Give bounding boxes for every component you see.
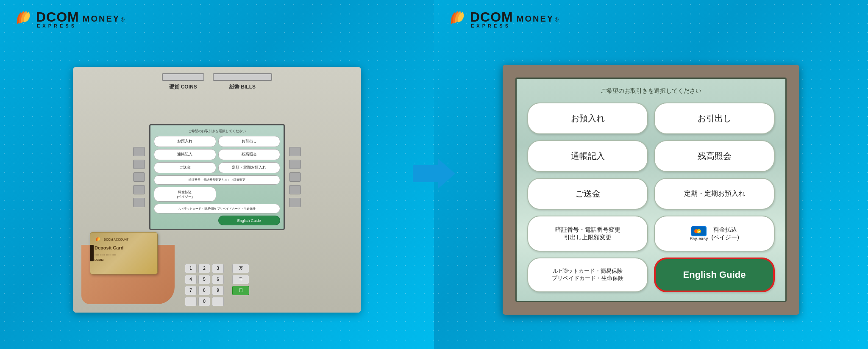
coins-section: 硬貨 COINS	[162, 73, 204, 91]
right-logo-bar: DCOM MONEY ® EXPRESS	[434, 0, 868, 39]
pay-easy-icon: P	[691, 226, 707, 236]
side-btn-r2	[289, 160, 301, 169]
key-4[interactable]: 4	[185, 275, 197, 284]
key-7[interactable]: 7	[185, 286, 197, 295]
btn-passbook[interactable]: 通帳記入	[527, 140, 648, 172]
logo-money: MONEY	[83, 14, 120, 23]
side-btn-5	[133, 198, 145, 207]
key-5[interactable]: 5	[198, 275, 210, 284]
right-side-buttons	[289, 147, 301, 207]
arrow-container	[413, 159, 455, 190]
key-8[interactable]: 8	[198, 286, 210, 295]
coins-slot	[162, 73, 204, 81]
card-stripe	[90, 245, 94, 261]
side-btn-r5	[289, 198, 301, 207]
btn-payeasy[interactable]: P Pay-easy 料金払込(ペイジー)	[654, 216, 775, 252]
side-btn-1	[133, 147, 145, 156]
logo-text: DCOM MONEY ® EXPRESS	[36, 10, 125, 28]
screen-header-right: ご希望のお取引きを選択してください	[527, 87, 775, 95]
logo-dcom: DCOM	[36, 10, 79, 24]
side-btn-4	[133, 185, 145, 194]
btn-deposit[interactable]: お預入れ	[527, 102, 648, 134]
btn-card[interactable]: ルビ®ットカード・簡易保険プリペイドカード・生命保険	[527, 258, 648, 292]
small-btn-fixed[interactable]: 定額・定期お預入れ	[218, 162, 281, 173]
logo-registered: ®	[121, 17, 125, 22]
payeasy-text: 料金払込(ペイジー)	[712, 226, 739, 241]
side-btn-2	[133, 160, 145, 169]
left-side-buttons	[133, 147, 145, 207]
btn-balance[interactable]: 残高照会	[654, 140, 775, 172]
deposit-card: DCOM ACCOUNT Deposit Card •••• •••• ••••…	[90, 232, 158, 274]
card-in-hand: DCOM ACCOUNT Deposit Card •••• •••• ••••…	[81, 245, 175, 304]
screen-btn-grid: お預入れ お引出し 通帳記入 残高照会 ご送金 定期・定期お預入れ 暗証番号・電…	[527, 102, 775, 292]
btn-english[interactable]: English Guide	[654, 258, 775, 292]
btn-fixed[interactable]: 定期・定期お預入れ	[654, 178, 775, 210]
bills-slot	[213, 73, 272, 81]
small-btn-remit[interactable]: ご送金	[154, 162, 216, 173]
small-btn-passbook[interactable]: 通帳記入	[154, 149, 216, 160]
key-3[interactable]: 3	[212, 264, 224, 273]
side-btn-r4	[289, 185, 301, 194]
key-6[interactable]: 6	[212, 275, 224, 284]
key-man[interactable]: 万	[232, 264, 249, 273]
small-btn-balance[interactable]: 残高照会	[218, 149, 281, 160]
atm-top-labels: 硬貨 COINS 紙幣 BILLS	[79, 73, 355, 91]
side-btn-3	[133, 172, 145, 182]
key-confirm[interactable]: 円	[232, 286, 249, 295]
card-title: Deposit Card	[95, 245, 153, 250]
btn-withdraw[interactable]: お引出し	[654, 102, 775, 134]
small-btn-deposit[interactable]: お預入れ	[154, 136, 216, 147]
logo-text-right: DCOM MONEY ® EXPRESS	[470, 10, 559, 28]
logo-express: EXPRESS	[37, 24, 125, 28]
right-panel: DCOM MONEY ® EXPRESS ご希望のお取引きを選択してください お…	[434, 0, 868, 349]
side-key-area: 万 千 円	[232, 264, 249, 306]
small-btn-english[interactable]: English Guide	[218, 216, 281, 225]
hand: DCOM ACCOUNT Deposit Card •••• •••• ••••…	[81, 245, 175, 304]
key-empty2	[212, 297, 224, 306]
key-empty	[185, 297, 197, 306]
left-logo-bar: DCOM MONEY ® EXPRESS	[0, 0, 434, 39]
bills-section: 紙幣 BILLS	[213, 73, 272, 91]
atm-photo-container: 硬貨 COINS 紙幣 BILLS	[0, 39, 434, 349]
dcom-logo-icon-right	[447, 8, 470, 31]
card-brand-text: DCOM ACCOUNT	[104, 238, 128, 241]
small-btn-payeasy[interactable]: 料金払込(ペイジー)	[154, 187, 216, 202]
pay-easy-label: Pay-easy	[690, 236, 708, 241]
card-number: •••• •••• •••• ••••	[95, 253, 153, 257]
key-9[interactable]: 9	[212, 286, 224, 295]
key-2[interactable]: 2	[198, 264, 210, 273]
atm-photo: 硬貨 COINS 紙幣 BILLS	[73, 67, 361, 313]
pay-easy-svg: P	[692, 227, 706, 235]
atm-screen-closeup: ご希望のお取引きを選択してください お預入れ お引出し 通帳記入 残高照会 ご送…	[434, 39, 868, 349]
key-0[interactable]: 0	[198, 297, 210, 306]
keypad-grid: 1 2 3 4 5 6 7 8 9 0	[185, 264, 224, 306]
btn-remit[interactable]: ご送金	[527, 178, 648, 210]
side-btn-r3	[289, 172, 301, 182]
atm-screen-main: ご希望のお取引きを選択してください お預入れ お引出し 通帳記入 残高照会 ご送…	[515, 78, 787, 302]
keypad-area: 1 2 3 4 5 6 7 8 9 0 万	[185, 264, 249, 306]
svg-text:P: P	[698, 230, 700, 234]
btn-pin[interactable]: 暗証番号・電話番号変更引出し上限額変更	[527, 216, 648, 252]
left-panel: DCOM MONEY ® EXPRESS 硬貨 COINS 紙幣 BILLS	[0, 0, 434, 349]
key-1[interactable]: 1	[185, 264, 197, 273]
atm-machine: 硬貨 COINS 紙幣 BILLS	[73, 67, 361, 313]
atm-screen-frame: ご希望のお取引きを選択してください お預入れ お引出し 通帳記入 残高照会 ご送…	[503, 65, 799, 315]
logo-registered-right: ®	[555, 17, 559, 22]
dcom-logo-icon	[13, 8, 36, 31]
screen-header-small: ご希望のお取引きを選択してください	[154, 129, 280, 133]
logo-express-right: EXPRESS	[471, 24, 559, 28]
svg-marker-1	[413, 159, 455, 188]
logo-money-right: MONEY	[517, 14, 554, 23]
pay-easy-logo: P Pay-easy	[690, 226, 708, 241]
card-brand2: DCOM	[95, 258, 153, 261]
small-btn-pin[interactable]: 暗証番号・電話番号変更 引出し上限額変更	[154, 175, 280, 185]
atm-screen-small: ご希望のお取引きを選択してください お預入れ お引出し 通帳記入 残高照会 ご送…	[149, 124, 285, 230]
screen-grid-small: お預入れ お引出し 通帳記入 残高照会 ご送金 定額・定期お預入れ 暗証番号・電…	[154, 136, 280, 225]
coins-label: 硬貨 COINS	[169, 84, 197, 90]
logo-dcom-right: DCOM	[470, 10, 513, 24]
key-sen[interactable]: 千	[232, 275, 249, 284]
small-btn-card[interactable]: ルビ®ットカード・簡易保険 プリペイドカード・生命保険	[154, 204, 280, 213]
card-logo-icon	[95, 236, 102, 244]
bills-label: 紙幣 BILLS	[229, 84, 256, 90]
small-btn-withdraw[interactable]: お引出し	[218, 136, 281, 147]
